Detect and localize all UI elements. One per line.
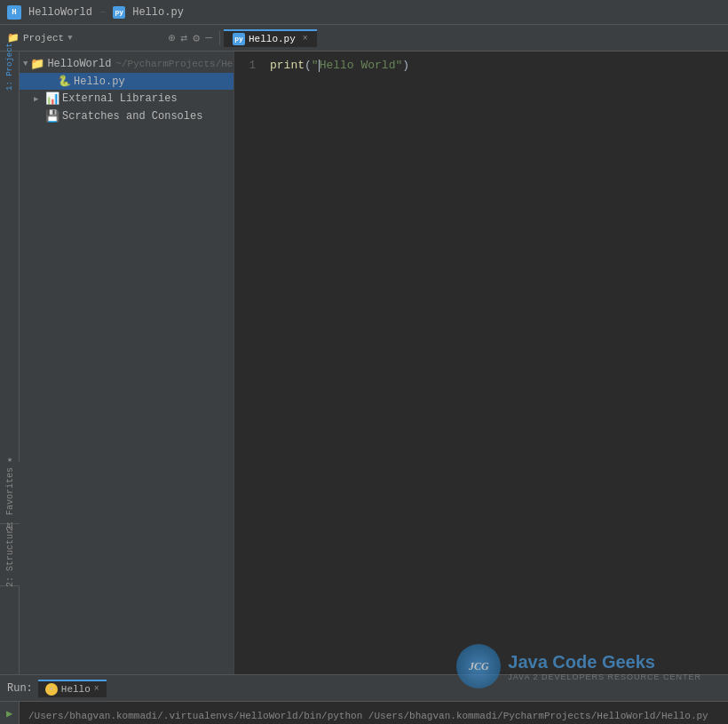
run-output: /Users/bhagvan.kommadi/.virtualenvs/Hell… [20, 702, 728, 724]
tree-label-ext-libs: External Libraries [62, 92, 178, 105]
project-label[interactable]: Project [23, 33, 64, 44]
project-panel: ▼ 📁 HelloWorld ~/PycharmProjects/He... 🐍… [20, 52, 234, 674]
run-tab-label: Hello [61, 684, 91, 695]
code-string: "Hello World" [312, 59, 402, 72]
tree-item-ext-libs[interactable]: ▶ 📊 External Libraries [20, 90, 233, 107]
code-area[interactable]: print("Hello World") [263, 57, 728, 669]
favorites-tab[interactable]: ★ 2: Favorites [0, 462, 20, 524]
code-function: print [270, 59, 305, 72]
run-side-buttons: ▶ ■ 🗑 ≡ 📌 [0, 702, 20, 724]
tree-sublabel-helloworld: ~/PycharmProjects/He... [115, 59, 250, 69]
app-icon: H [7, 5, 21, 20]
jcg-text-block: Java Code Geeks JAVA 2 DEVELOPERS RESOUR… [508, 652, 701, 681]
side-labels: ★ 2: Favorites 2: Structure [0, 462, 20, 586]
bottom-section: Run: ☀ Hello × ▶ ■ 🗑 ≡ 📌 /Users/bhagvan.… [0, 674, 728, 724]
layout-icon[interactable]: ⇄ [181, 31, 188, 45]
run-content: ▶ ■ 🗑 ≡ 📌 /Users/bhagvan.kommadi/.virtua… [0, 702, 728, 724]
code-line-1: print("Hello World") [270, 57, 728, 75]
line-num-1: 1 [234, 57, 256, 75]
run-tab[interactable]: ☀ Hello × [38, 680, 107, 697]
title-bar: H HelloWorld – py Hello.py [0, 0, 728, 25]
run-tab-close[interactable]: × [94, 684, 99, 694]
tree-label-scratches: Scratches and Consoles [62, 110, 202, 123]
settings-icon[interactable]: ⚙ [193, 31, 200, 45]
structure-label: 2: Structure [5, 523, 15, 587]
run-command: /Users/bhagvan.kommadi/.virtualenvs/Hell… [28, 707, 719, 724]
folder-icon-ext-libs: 📊 [45, 91, 59, 106]
title-file: Hello.py [132, 6, 184, 19]
tree-item-helloworld[interactable]: ▼ 📁 HelloWorld ~/PycharmProjects/He... [20, 55, 233, 73]
editor-content[interactable]: 1 print("Hello World") [234, 52, 728, 674]
folder-icon-scratches: 💾 [45, 109, 59, 123]
jcg-watermark: JCG Java Code Geeks JAVA 2 DEVELOPERS RE… [456, 644, 701, 688]
folder-icon-helloworld: 📁 [30, 57, 44, 71]
hello-run-icon: ☀ [45, 683, 58, 696]
line-numbers: 1 [234, 57, 263, 669]
main-layout: 1: Project ▼ 📁 HelloWorld ~/PycharmProje… [0, 52, 728, 674]
toolbar: 📁 Project ▼ ⊕ ⇄ ⚙ — py Hello.py × [0, 25, 728, 52]
add-icon[interactable]: ⊕ [169, 31, 176, 45]
tree-label-helloworld: HelloWorld [47, 58, 111, 70]
tree-label-helloppy: Hello.py [74, 76, 125, 88]
project-tree: ▼ 📁 HelloWorld ~/PycharmProjects/He... 🐍… [20, 52, 233, 674]
tab-label: Hello.py [249, 34, 296, 44]
ext-libs-arrow: ▶ [34, 94, 43, 104]
structure-tab[interactable]: 2: Structure [0, 524, 20, 586]
tree-item-helloppy[interactable]: 🐍 Hello.py [20, 73, 233, 90]
file-icon-helloppy: 🐍 [58, 75, 71, 88]
jcg-sub-text: JAVA 2 DEVELOPERS RESOURCE CENTER [508, 672, 701, 681]
jcg-logo: JCG [456, 644, 501, 688]
jcg-main-text: Java Code Geeks [508, 652, 701, 672]
app-name: HelloWorld [28, 6, 92, 19]
file-icon-small: py [113, 6, 125, 19]
editor-tab[interactable]: py Hello.py × [224, 29, 317, 47]
favorites-label: 2: Favorites [5, 467, 15, 531]
editor-area: 1 print("Hello World") [234, 52, 728, 674]
run-play-btn[interactable]: ▶ [2, 705, 18, 721]
project-dropdown-arrow[interactable]: ▼ [67, 34, 72, 43]
project-sidebar-btn[interactable]: 1: Project [2, 59, 18, 75]
expand-arrow: ▼ [23, 60, 28, 68]
tree-item-scratches[interactable]: 💾 Scratches and Consoles [20, 107, 233, 125]
run-label: Run: [7, 682, 33, 695]
minimize-icon[interactable]: — [205, 31, 212, 45]
tab-file-icon: py [233, 33, 245, 45]
tab-close-btn[interactable]: × [303, 34, 308, 44]
